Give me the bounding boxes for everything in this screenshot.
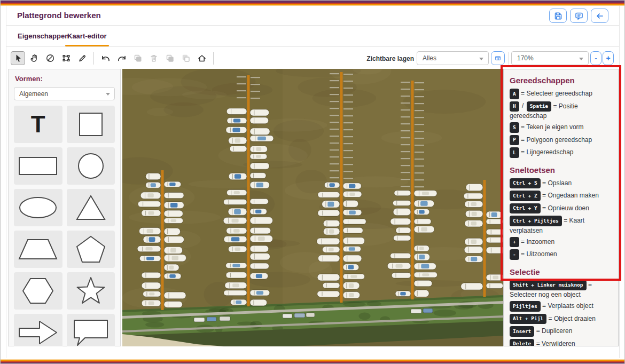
arrow-right-icon	[17, 319, 59, 346]
shortcut-item: Ctrl + Y = Opnieuw doen	[510, 203, 612, 214]
trash-icon	[149, 53, 159, 63]
polygon-icon	[61, 53, 71, 63]
select-tool-button[interactable]	[11, 51, 25, 65]
shortcut-description: = Ongedaan maken	[541, 192, 599, 199]
shape-tile-star[interactable]	[67, 272, 115, 310]
shapes-panel-title: Vormen:	[15, 75, 115, 83]
layers-table-button[interactable]	[491, 51, 505, 65]
page-title: Plattegrond bewerken	[17, 11, 101, 20]
key-badge: S	[510, 122, 519, 133]
shape-tile-square[interactable]	[67, 106, 115, 143]
arrow-left-icon	[595, 11, 605, 21]
map-canvas[interactable]	[122, 69, 503, 346]
shape-tile-rectangle[interactable]	[14, 147, 62, 185]
shortcut-item: Ctrl + Pijltjes = Kaart verplaatsen	[510, 216, 612, 235]
home-button[interactable]	[194, 51, 209, 65]
help-section-title: Selectie	[510, 267, 612, 276]
key-badge: H	[510, 101, 519, 112]
toolbar-divider	[213, 52, 214, 65]
save-button[interactable]	[549, 9, 567, 23]
key-badge: -	[510, 249, 519, 260]
line-tool-button[interactable]	[75, 51, 89, 65]
key-badge: Spatie	[527, 101, 551, 112]
ellipse-icon	[17, 195, 59, 220]
shape-tile-triangle[interactable]	[67, 189, 115, 226]
shape-tile-speech-bubble[interactable]	[67, 314, 115, 351]
delete-button[interactable]	[146, 51, 161, 65]
shape-tile-arrow-right[interactable]	[14, 314, 62, 351]
undo-icon	[101, 53, 111, 63]
shortcut-description: = Teken je eigen vorm	[519, 123, 584, 131]
shortcut-item: A = Selecteer gereedschap	[510, 89, 612, 99]
map-svg	[122, 69, 503, 346]
layers-select[interactable]: Alles	[417, 51, 489, 65]
send-backward-button[interactable]	[178, 51, 193, 65]
undo-button[interactable]	[98, 51, 113, 65]
square-icon	[76, 109, 106, 139]
tab-kaart-editor[interactable]: Kaart-editor	[65, 27, 109, 46]
zoom-in-button[interactable]: +	[603, 51, 614, 65]
layers-select-value: Alles	[423, 54, 436, 62]
polygon-tool-button[interactable]	[59, 51, 73, 65]
comment-icon	[574, 11, 584, 21]
triangle-icon	[75, 194, 106, 221]
shape-tile-pentagon[interactable]	[67, 231, 115, 268]
comment-button[interactable]	[570, 9, 588, 23]
shortcut-description: = Object draaien	[546, 314, 596, 322]
key-badge: Ctrl + Pijltjes	[510, 216, 562, 226]
shapes-panel: Vormen: Algemeen T	[8, 69, 121, 346]
cursor-icon	[13, 53, 23, 63]
shortcut-description: = Lijngereedschap	[519, 148, 574, 156]
pan-tool-button[interactable]	[27, 51, 41, 65]
shortcut-description: = Selecteer gereedschap	[519, 90, 592, 97]
shortcut-description: = Opslaan	[541, 179, 572, 186]
chevron-down-icon	[579, 58, 583, 60]
zoom-out-button[interactable]: -	[590, 51, 601, 65]
header-actions	[549, 9, 608, 23]
shape-tile-circle[interactable]	[67, 147, 115, 185]
shortcut-item: Shift + Linker muisknop = Selecteer nog …	[510, 280, 612, 299]
key-badge: Ctrl + Y	[510, 203, 541, 214]
shortcut-item: Delete = Verwijderen	[510, 339, 612, 347]
key-badge: Shift + Linker muisknop	[510, 280, 587, 291]
key-badge: Ctrl + S	[510, 178, 541, 189]
hand-icon	[29, 53, 39, 63]
text-shape-icon: T	[31, 113, 45, 136]
shape-category-select[interactable]: Algemeen	[14, 87, 115, 100]
table-icon	[495, 53, 501, 63]
bring-forward-button[interactable]	[162, 51, 177, 65]
page-header: Plattegrond bewerken	[6, 6, 619, 26]
shape-category-value: Algemeen	[19, 90, 48, 98]
zoom-select[interactable]: 170%	[511, 51, 589, 65]
help-sections: GereedschappenA = Selecteer gereedschapH…	[510, 76, 612, 346]
back-button[interactable]	[591, 9, 608, 23]
key-badge: Pijltjes	[510, 301, 541, 312]
shortcut-item: + = Inzoomen	[510, 237, 612, 248]
star-icon	[75, 276, 106, 306]
shape-tile-ellipse[interactable]	[14, 189, 62, 226]
app-window: Plattegrond bewerken	[0, 0, 625, 364]
shortcut-description: = Verplaats object	[541, 302, 593, 310]
key-badge: Ctrl + Z	[510, 191, 541, 201]
shortcut-description: = Verwijderen	[534, 339, 575, 346]
shortcut-description: = Uitzoomen	[519, 250, 557, 258]
shortcut-item: H / Spatie = Positie gereedschap	[510, 101, 612, 121]
shape-tile-text[interactable]: T	[14, 106, 62, 143]
shortcut-description: = Polygoon gereedschap	[519, 136, 592, 143]
redo-icon	[117, 53, 127, 63]
editor-toolbar: Zichtbare lagen Alles 170% - +	[6, 48, 619, 69]
draw-shape-tool-button[interactable]	[43, 51, 57, 65]
rectangle-icon	[17, 154, 59, 178]
redo-button[interactable]	[114, 51, 129, 65]
shortcut-item: P = Polygoon gereedschap	[510, 135, 612, 146]
shape-tile-hexagon[interactable]	[14, 272, 62, 310]
tab-eigenschappen[interactable]: Eigenschappen	[15, 27, 71, 46]
speech-bubble-icon	[71, 318, 111, 347]
pencil-icon	[77, 53, 87, 63]
duplicate-button[interactable]	[130, 51, 145, 65]
shortcut-item: Insert = Dupliceren	[510, 326, 612, 337]
shortcut-item: Ctrl + S = Opslaan	[510, 178, 612, 189]
key-badge: Delete	[510, 339, 534, 347]
shortcut-description: = Inzoomen	[519, 238, 554, 245]
shape-tile-trapezoid[interactable]	[14, 231, 62, 268]
